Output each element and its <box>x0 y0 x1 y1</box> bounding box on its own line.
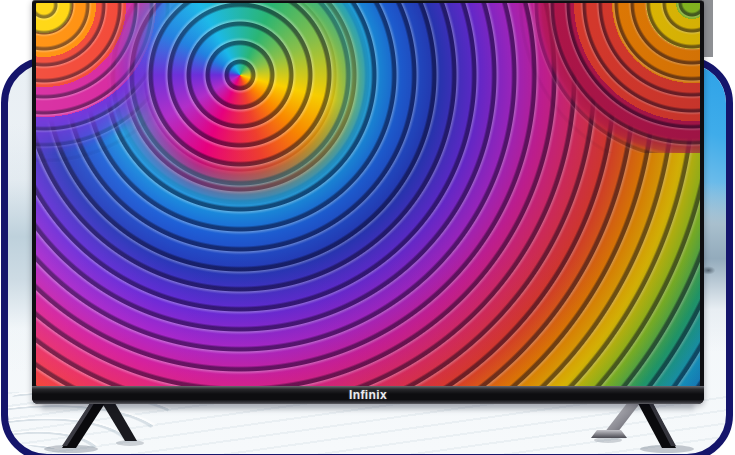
screen-gloss <box>36 3 700 386</box>
television: Infinix <box>32 0 704 404</box>
leg-right-foot <box>591 430 627 438</box>
tv-screen <box>36 3 700 386</box>
infinix-logo: Infinix <box>349 389 387 401</box>
leg-left-rear <box>99 398 137 441</box>
product-image[interactable]: Infinix <box>0 0 735 455</box>
tv-bottom-bezel: Infinix <box>32 386 704 404</box>
